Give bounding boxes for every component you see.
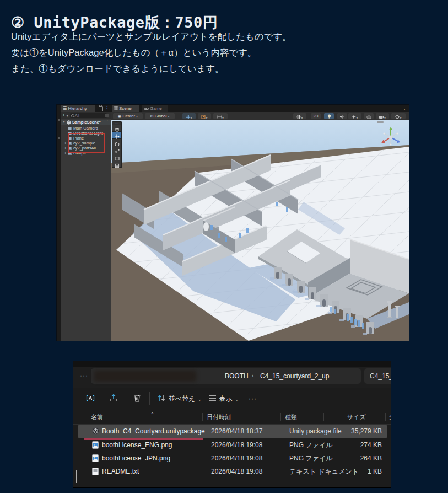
description-line: Unityエディタ上にパーツとサンプルレイアウトを配したものです。 [11,29,292,45]
unity-scene-icon [67,120,71,125]
sort-button[interactable]: 並べ替え ⌄ [157,393,202,404]
column-size[interactable]: サイズ [347,410,366,424]
view-hand-tool[interactable] [112,125,122,132]
redacted-path-segment [94,371,196,382]
search-icon [71,114,74,117]
camera-settings-dropdown[interactable]: ▾ [376,113,389,119]
address-bar-row: ··· BOOTH › C4_15_courtyard_2_up C4_15_ [73,367,391,388]
pivot-mode-dropdown[interactable]: ◉ Center ▾ [113,113,143,119]
column-name[interactable]: 名前 [91,410,103,424]
move-tool[interactable] [112,132,122,139]
overlay-collapse-handle[interactable] [377,121,384,123]
file-row-license-jpn[interactable]: boothLicense_JPN.png 2026/04/18 19:08 PN… [78,452,387,465]
tab-hierarchy[interactable]: ☰ Hierarchy [61,105,95,112]
hierarchy-item-main-camera[interactable]: Main Camera [61,126,111,131]
sort-ascending-caret: ⌃ [150,408,154,422]
kebab-menu-icon[interactable]: ⋮ [402,105,407,111]
unity-editor-screenshot: ☰ Hierarchy ⋮ + ▾ All ▼ SampleScene* ⋮ M… [57,105,409,341]
hierarchy-tabbar: ☰ Hierarchy ⋮ [61,105,111,112]
orientation-dropdown[interactable]: ⊕ Global ▾ [145,113,175,119]
scrollbar-fragment[interactable] [76,470,77,483]
snap-settings-toggle[interactable]: ▾ [213,113,228,119]
scene-visibility-toggle[interactable] [364,113,374,119]
rect-tool[interactable] [112,153,122,160]
rotate-tool[interactable] [112,139,122,146]
hierarchy-panel: ☰ Hierarchy ⋮ + ▾ All ▼ SampleScene* ⋮ M… [61,105,111,341]
more-options-button[interactable]: ··· [249,393,257,404]
hierarchy-search-row: + ▾ All [61,112,111,119]
hierarchy-search-input[interactable]: All [70,113,107,118]
column-type[interactable]: 種類 [285,410,297,424]
editor-left-dock-strip [57,105,61,341]
description-line: 要は①をUnityPackage化したもの（＋α）という内容です。 [11,45,292,61]
draw-mode-dropdown[interactable]: ▾ [293,113,306,119]
hierarchy-scene-root[interactable]: ▼ SampleScene* ⋮ [61,120,111,125]
orientation-gizmo[interactable] [378,125,403,150]
gamepad-icon [144,107,149,110]
window-top-edge [73,361,391,367]
view-lines-icon [208,394,217,402]
scene-tabbar: Scene Game ⋮ [111,105,409,112]
chevron-right-icon: › [252,368,253,384]
gizmos-dropdown[interactable]: ▾ [391,113,406,119]
address-more-icon[interactable]: ··· [80,367,88,384]
column-tags[interactable]: タグ [388,410,391,424]
red-annotation-box [68,133,105,153]
description-line: また、①もダウンロードできるようにしています。 [11,61,292,77]
scene-grid-icon [114,106,118,110]
view-button[interactable]: 表示 ⌄ [208,393,239,404]
png-image-icon [92,454,99,462]
file-row-readme[interactable]: README.txt 2026/04/18 19:08 テキスト ドキュメント … [78,465,387,478]
effects-dropdown[interactable]: ▾ [348,113,361,119]
scene-viewport[interactable] [111,120,409,341]
grid-snap-toggle[interactable]: ▾ [182,113,196,119]
2d-mode-toggle[interactable]: 2D [311,113,321,119]
address-bar[interactable]: BOOTH › C4_15_courtyard_2_up [91,368,361,384]
toolbar-divider [149,392,150,405]
add-object-button[interactable]: + ▾ [62,112,68,120]
scene-audio-toggle[interactable] [337,113,347,119]
scene-toolbar: ◉ Center ▾ ⊕ Global ▾ ▾ ▾ ▾ ▾ 2D ▾ ▾ ▾ [111,112,409,120]
search-input[interactable]: C4_15_ [364,368,391,384]
description: Unityエディタ上にパーツとサンプルレイアウトを配したものです。 要は①をUn… [11,29,292,77]
breadcrumb-folder[interactable]: C4_15_courtyard_2_up [260,368,329,384]
kebab-menu-icon[interactable]: ⋮ [105,105,109,112]
increment-snap-toggle[interactable]: ▾ [198,113,211,119]
text-document-icon [92,468,99,475]
lock-icon[interactable] [99,106,103,111]
share-icon[interactable] [109,393,118,403]
breadcrumb-booth[interactable]: BOOTH [225,368,249,384]
file-row-license-eng[interactable]: boothLicense_ENG.png 2026/04/18 19:08 PN… [78,439,387,452]
search-filter-icon[interactable] [105,114,109,117]
scale-tool[interactable] [112,146,122,153]
delete-trash-icon[interactable] [132,393,142,403]
rename-icon[interactable] [85,393,95,403]
scene-panel: Scene Game ⋮ ◉ Center ▾ ⊕ Global ▾ ▾ ▾ ▾… [111,105,409,341]
file-row-unitypackage[interactable]: Booth_C4_Courtyard.unitypackage 2026/04/… [78,425,387,438]
column-header-row: 名前 ⌃ 日付時刻 種類 サイズ タグ [73,410,391,425]
tab-scene[interactable]: Scene [112,105,139,112]
scene-lighting-toggle[interactable] [324,113,334,119]
column-date[interactable]: 日付時刻 [207,410,231,424]
file-explorer-screenshot: ··· BOOTH › C4_15_courtyard_2_up C4_15_ [73,361,391,487]
command-toolbar: 並べ替え ⌄ 表示 ⌄ ··· [73,388,391,410]
tab-game[interactable]: Game [142,105,168,112]
scene-tools-overlay: ⋯ [112,121,122,168]
png-image-icon [92,441,99,449]
sort-arrows-icon [157,394,166,403]
transform-tool[interactable] [112,160,122,168]
unity-package-icon [92,427,99,435]
